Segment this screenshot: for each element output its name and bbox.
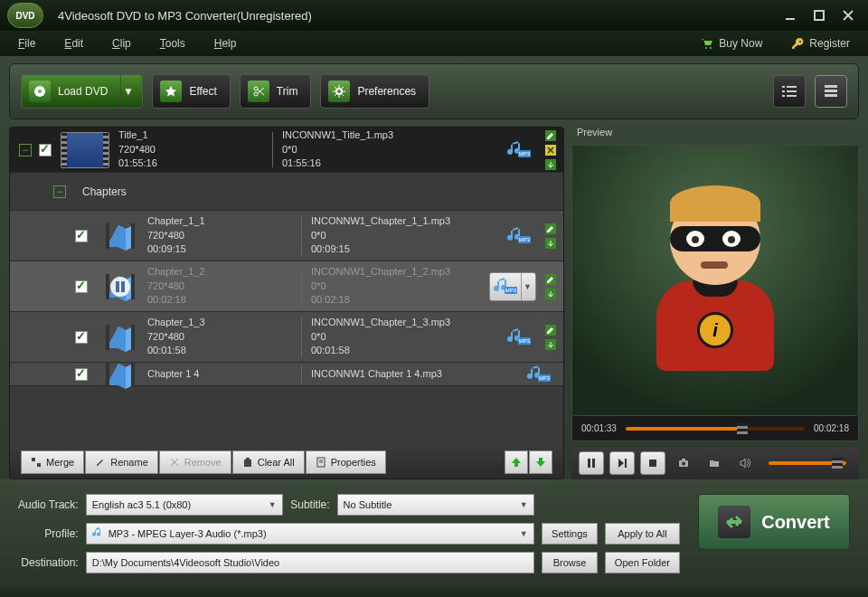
buy-now-link[interactable]: Buy Now xyxy=(701,37,762,50)
remove-icon[interactable] xyxy=(543,144,558,156)
svg-rect-51 xyxy=(37,463,41,467)
chapter-row[interactable]: Chapter_1_2720*48000:02:18INCONNW1_Chapt… xyxy=(10,261,563,312)
browse-button[interactable]: Browse xyxy=(542,552,598,573)
seek-track[interactable] xyxy=(626,427,805,431)
svg-point-6 xyxy=(254,87,258,90)
apply-all-button[interactable]: Apply to All xyxy=(605,523,680,545)
svg-rect-47 xyxy=(131,362,135,387)
chapter-output-info: INCONNW1_Chapter_1_2.mp30*000:02:18 xyxy=(311,265,482,307)
svg-rect-46 xyxy=(106,362,109,387)
stop-button[interactable] xyxy=(640,451,665,475)
svg-rect-59 xyxy=(649,460,656,467)
maximize-button[interactable] xyxy=(807,7,832,24)
title-checkbox[interactable] xyxy=(39,144,52,156)
profile-combo[interactable]: MP3 - MPEG Layer-3 Audio (*.mp3)▼ xyxy=(86,523,534,545)
svg-text:MP3: MP3 xyxy=(539,375,551,381)
scissors-icon xyxy=(248,81,269,102)
menu-tools[interactable]: Tools xyxy=(160,37,185,50)
properties-button[interactable]: Properties xyxy=(306,450,386,474)
pause-button[interactable] xyxy=(579,451,604,475)
remove-button[interactable]: Remove xyxy=(159,450,231,474)
menu-file[interactable]: File xyxy=(18,37,35,50)
convert-icon xyxy=(718,506,750,538)
chapter-source-info: Chapter_1_1720*48000:09:15 xyxy=(147,214,292,256)
chapter-row[interactable]: Chapter_1_3720*48000:01:58INCONNW1_Chapt… xyxy=(10,312,563,363)
svg-point-61 xyxy=(682,462,685,466)
destination-field[interactable]: D:\My Documents\4Videosoft Studio\Video xyxy=(86,552,534,573)
chapter-checkbox[interactable] xyxy=(75,331,88,344)
title-output-info: INCONNW1_Title_1.mp3 0*0 01:55:16 xyxy=(282,128,495,170)
effect-button[interactable]: Effect xyxy=(152,74,230,109)
chapter-row[interactable]: Chapter 1 4INCONNW1 Chapter 1 4.mp3MP3 xyxy=(10,363,563,386)
svg-rect-16 xyxy=(787,95,797,97)
svg-rect-50 xyxy=(32,458,35,461)
menu-edit[interactable]: Edit xyxy=(64,37,83,50)
chapter-thumbnail xyxy=(102,218,138,254)
open-folder-button[interactable]: Open Folder xyxy=(605,552,680,573)
convert-button[interactable]: Convert xyxy=(698,494,850,550)
chapter-source-info: Chapter_1_3720*48000:01:58 xyxy=(147,316,292,357)
settings-button[interactable]: Settings xyxy=(542,523,598,545)
time-current: 00:01:33 xyxy=(581,423,617,433)
statusbar xyxy=(0,584,868,597)
svg-rect-13 xyxy=(782,90,785,92)
preferences-button[interactable]: Preferences xyxy=(320,74,429,109)
svg-rect-52 xyxy=(244,460,251,467)
register-link[interactable]: Register xyxy=(791,37,850,50)
move-up-button[interactable] xyxy=(505,450,528,474)
menu-help[interactable]: Help xyxy=(214,37,237,50)
volume-icon[interactable] xyxy=(732,451,758,475)
bottom-panel: Audio Track: English ac3 5.1 (0x80)▼ Sub… xyxy=(0,479,868,584)
svg-text:MP3: MP3 xyxy=(519,237,531,242)
snapshot-button[interactable] xyxy=(671,451,696,475)
down-icon[interactable] xyxy=(543,237,558,250)
chapter-checkbox[interactable] xyxy=(75,280,88,293)
mp3-icon: MP3 xyxy=(492,278,519,296)
rename-button[interactable]: Rename xyxy=(85,450,158,474)
chapter-checkbox[interactable] xyxy=(75,230,88,242)
clear-all-button[interactable]: Clear All xyxy=(232,450,305,474)
chapter-row[interactable]: Chapter_1_1720*48000:09:15INCONNW1_Chapt… xyxy=(10,211,563,261)
collapse-icon[interactable]: − xyxy=(53,185,66,198)
svg-rect-25 xyxy=(106,223,109,249)
down-icon[interactable] xyxy=(543,288,558,300)
mp3-icon: MP3 xyxy=(505,328,533,346)
audio-track-combo[interactable]: English ac3 5.1 (0x80)▼ xyxy=(86,494,284,516)
subtitle-combo[interactable]: No Subtitle▼ xyxy=(337,494,535,516)
edit-icon[interactable] xyxy=(543,129,558,142)
edit-icon[interactable] xyxy=(543,273,558,286)
menubar: File Edit Clip Tools Help Buy Now Regist… xyxy=(0,31,868,56)
svg-rect-31 xyxy=(106,274,109,299)
edit-icon[interactable] xyxy=(543,324,558,336)
titlebar: DVD 4Videosoft DVD to MP3 Converter(Unre… xyxy=(0,0,868,31)
seek-bar[interactable]: 00:01:33 00:02:18 xyxy=(571,416,859,441)
detail-view-button[interactable] xyxy=(815,75,847,108)
volume-slider[interactable] xyxy=(769,461,846,465)
list-view-button[interactable] xyxy=(773,75,806,108)
title-row[interactable]: − Title_1 720*480 01:55:16 INCONNW1_Titl… xyxy=(10,128,563,173)
close-button[interactable] xyxy=(835,7,861,24)
down-icon[interactable] xyxy=(543,158,558,171)
trim-button[interactable]: Trim xyxy=(240,74,312,109)
mp3-icon: MP3 xyxy=(525,365,552,384)
down-icon[interactable] xyxy=(543,338,558,351)
svg-rect-12 xyxy=(787,86,797,88)
svg-point-5 xyxy=(38,90,42,93)
output-format-dropdown[interactable]: MP3▼ xyxy=(489,272,536,301)
minimize-button[interactable] xyxy=(778,7,803,24)
chapter-checkbox[interactable] xyxy=(75,368,88,381)
svg-point-10 xyxy=(336,89,342,94)
edit-icon[interactable] xyxy=(543,223,558,235)
collapse-icon[interactable]: − xyxy=(19,144,32,156)
key-icon xyxy=(791,37,804,50)
load-dvd-dropdown[interactable]: ▼ xyxy=(120,74,129,109)
open-folder-icon[interactable] xyxy=(702,451,727,475)
merge-button[interactable]: Merge xyxy=(21,450,84,474)
svg-rect-1 xyxy=(815,11,824,20)
mp3-icon: MP3 xyxy=(505,227,533,245)
move-down-button[interactable] xyxy=(529,450,552,474)
menu-clip[interactable]: Clip xyxy=(112,37,131,50)
step-button[interactable] xyxy=(609,451,635,475)
svg-rect-14 xyxy=(787,90,797,92)
load-dvd-button[interactable]: Load DVD ▼ xyxy=(21,74,143,109)
